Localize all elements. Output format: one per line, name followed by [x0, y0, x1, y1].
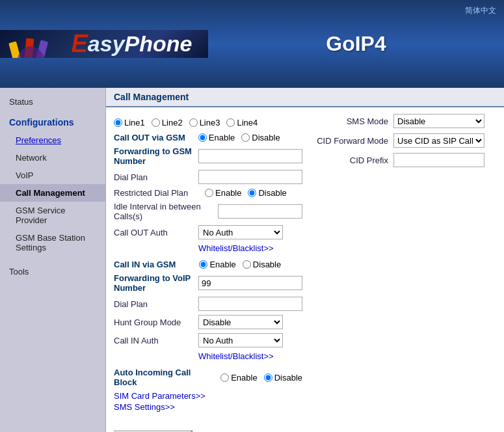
line-selector: Line1 Line2 Line3 Line4 [114, 118, 302, 128]
logo-e: E [72, 30, 88, 58]
restricted-disable-radio[interactable] [248, 189, 256, 197]
sms-mode-row: SMS Mode Disable Enable [315, 114, 496, 128]
dial-plan-in-row: Dial Plan [114, 297, 302, 311]
left-section: Line1 Line2 Line3 Line4 Call OUT via GSM… [114, 114, 315, 432]
auto-incoming-enable-radio[interactable] [220, 373, 229, 382]
hunt-group-mode-select[interactable]: Disable Enable [198, 315, 283, 329]
call-out-disable-label[interactable]: Disable [241, 133, 280, 142]
cid-forward-mode-select[interactable]: Use CID as SIP Call None [393, 133, 484, 148]
header-title-area: GoIP4 [208, 32, 504, 56]
line1-label[interactable]: Line1 [114, 118, 145, 128]
call-in-disable-radio[interactable] [243, 260, 251, 269]
sms-settings-link[interactable]: SMS Settings>> [114, 402, 175, 412]
app-container: EasyPhone GoIP4 简体中文 Status Configuratio… [0, 0, 504, 432]
line3-label[interactable]: Line3 [189, 118, 220, 128]
line2-label[interactable]: Line2 [152, 118, 183, 128]
call-out-auth-row: Call OUT Auth No Auth Auth Required [114, 225, 302, 239]
call-in-auth-row: Call IN Auth No Auth Auth Required [114, 333, 302, 347]
call-in-enable-label[interactable]: Enable [199, 260, 235, 269]
sidebar-item-voip[interactable]: VoIP [0, 167, 105, 184]
forwarding-voip-row: Forwarding to VoIP Number [114, 273, 302, 293]
call-in-enable-radio[interactable] [199, 260, 207, 269]
auto-incoming-label: Auto Incoming Call Block [114, 368, 214, 387]
whitelist-blacklist-link2[interactable]: Whitelist/Blacklist>> [198, 351, 274, 361]
auto-incoming-disable-radio[interactable] [264, 373, 272, 382]
language-link[interactable]: 简体中文 [465, 5, 496, 16]
call-in-auth-select[interactable]: No Auth Auth Required [198, 333, 283, 347]
call-in-auth-label: Call IN Auth [114, 336, 198, 345]
call-in-disable-label[interactable]: Disable [243, 260, 281, 269]
idle-interval-input[interactable] [218, 204, 302, 219]
line2-radio[interactable] [152, 118, 160, 127]
content-title: Call Management [106, 88, 504, 107]
sms-mode-select[interactable]: Disable Enable [393, 114, 484, 128]
sidebar-item-network[interactable]: Network [0, 149, 105, 167]
line1-radio[interactable] [114, 118, 122, 127]
cid-prefix-row: CID Prefix [315, 153, 496, 167]
sms-mode-label: SMS Mode [315, 116, 393, 126]
line4-radio[interactable] [226, 118, 235, 127]
forwarding-gsm-label: Forwarding to GSM Number [114, 146, 198, 166]
sidebar-item-gsm-service[interactable]: GSM Service Provider [0, 202, 105, 229]
idle-interval-row: Idle Interval in between Calls(s) [114, 202, 302, 221]
line3-radio[interactable] [189, 118, 198, 127]
sidebar-item-call-management[interactable]: Call Management [0, 184, 105, 202]
dial-plan-in-input[interactable] [198, 297, 302, 311]
sidebar-configurations-header: Configurations [0, 113, 105, 131]
forwarding-voip-label: Forwarding to VoIP Number [114, 273, 198, 293]
restricted-dial-plan-label: Restricted Dial Plan [114, 188, 198, 198]
cid-forward-mode-row: CID Forward Mode Use CID as SIP Call Non… [315, 133, 496, 148]
call-out-auth-label: Call OUT Auth [114, 228, 198, 237]
main-layout: Status Configurations Preferences Networ… [0, 88, 504, 432]
call-out-auth-select[interactable]: No Auth Auth Required [198, 225, 283, 239]
cid-prefix-input[interactable] [393, 153, 484, 167]
dial-plan-row: Dial Plan [114, 170, 302, 184]
call-out-enable-label[interactable]: Enable [198, 133, 235, 142]
forwarding-gsm-input[interactable] [198, 149, 302, 163]
call-out-enable-radio[interactable] [198, 133, 207, 142]
logo-easy: asy [88, 31, 125, 57]
logo-phone: Phone [125, 31, 192, 57]
whitelist-blacklist-link1[interactable]: Whitelist/Blacklist>> [198, 243, 274, 253]
call-in-gsm-row: Call IN via GSM Enable Disable [114, 260, 302, 269]
header: EasyPhone GoIP4 简体中文 [0, 0, 504, 88]
restricted-enable-label[interactable]: Enable [205, 188, 241, 198]
line4-label[interactable]: Line4 [226, 118, 258, 128]
forwarding-gsm-row: Forwarding to GSM Number [114, 146, 302, 166]
call-out-disable-radio[interactable] [241, 133, 250, 142]
sidebar-item-gsm-base[interactable]: GSM Base Station Settings [0, 229, 105, 256]
hunt-group-mode-row: Hunt Group Mode Disable Enable [114, 315, 302, 329]
dial-plan-input[interactable] [198, 170, 302, 184]
call-out-gsm-label: Call OUT via GSM [114, 133, 185, 142]
call-out-gsm-row: Call OUT via GSM Enable Disable [114, 133, 302, 142]
sidebar-item-preferences[interactable]: Preferences [0, 131, 105, 149]
dial-plan-in-label: Dial Plan [114, 299, 198, 309]
auto-incoming-disable-label[interactable]: Disable [264, 373, 302, 383]
cid-prefix-label: CID Prefix [315, 155, 393, 165]
hunt-group-mode-label: Hunt Group Mode [114, 317, 198, 327]
auto-incoming-enable-label[interactable]: Enable [220, 373, 257, 383]
cid-forward-mode-label: CID Forward Mode [315, 136, 393, 146]
sim-card-params-link[interactable]: SIM Card Parameters>> [114, 391, 206, 401]
sidebar-item-tools[interactable]: Tools [0, 263, 105, 280]
sidebar-item-status[interactable]: Status [0, 93, 105, 111]
sidebar: Status Configurations Preferences Networ… [0, 88, 106, 432]
page-title: GoIP4 [326, 32, 386, 56]
idle-interval-label: Idle Interval in between Calls(s) [114, 202, 218, 221]
logo-text-group: EasyPhone [72, 30, 192, 58]
restricted-disable-label[interactable]: Disable [248, 188, 286, 198]
content-body: Line1 Line2 Line3 Line4 Call OUT via GSM… [106, 107, 504, 432]
call-in-gsm-label: Call IN via GSM [114, 260, 176, 269]
right-section: SMS Mode Disable Enable CID Forward Mode… [315, 114, 496, 172]
restricted-enable-radio[interactable] [205, 189, 213, 197]
logo-decoration [7, 35, 59, 58]
logo-area: EasyPhone [0, 30, 208, 58]
dial-plan-label: Dial Plan [114, 172, 198, 182]
forwarding-voip-input[interactable] [198, 276, 302, 290]
restricted-dial-plan-row: Restricted Dial Plan Enable Disable [114, 188, 302, 198]
auto-incoming-row: Auto Incoming Call Block Enable Disable [114, 368, 302, 387]
content-area: Call Management Line1 Line2 Line3 Line4 [106, 88, 504, 432]
